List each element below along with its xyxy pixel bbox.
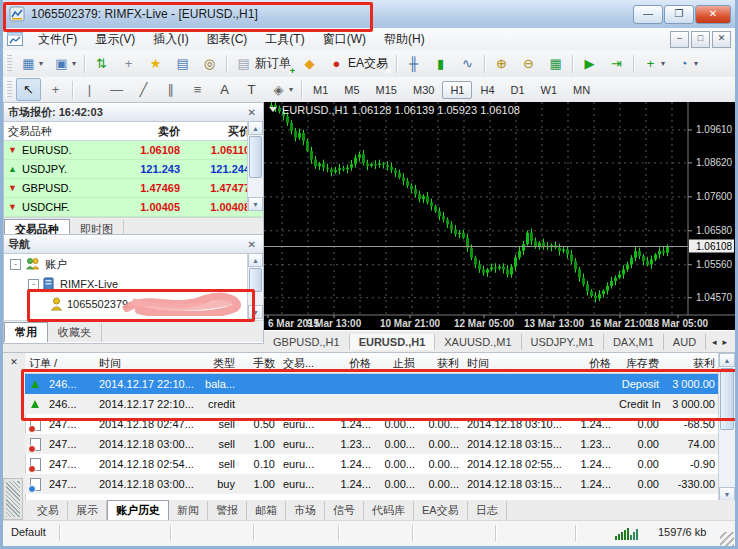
scroll-up-icon[interactable]: ▲ [719, 353, 735, 367]
terminal-tab[interactable]: 警报 [208, 501, 247, 520]
menu-item[interactable]: 文件(F) [29, 29, 86, 50]
history-row[interactable]: 247...2014.12.18 02:54...sell0.10euru...… [25, 454, 719, 474]
navigator-button[interactable]: ★ [143, 52, 168, 75]
menu-item[interactable]: 图表(C) [198, 29, 257, 50]
history-col-header[interactable]: 库存费 [615, 356, 663, 371]
scroll-down-icon[interactable]: ▼ [248, 197, 263, 211]
profile-indicator[interactable]: Default [11, 526, 46, 538]
history-col-header[interactable]: 价格 [567, 356, 615, 371]
market-watch-close-icon[interactable]: ✕ [245, 107, 259, 118]
crosshair-button[interactable]: + [43, 78, 68, 101]
chevron-down-icon[interactable]: ▾ [289, 85, 293, 94]
history-row[interactable]: 246...2014.12.17 22:10...bala...Deposit3… [25, 374, 719, 394]
candle-chart-button[interactable]: ▮ [428, 52, 453, 75]
history-row[interactable]: 247...2014.12.18 03:00...buy1.00euru...1… [25, 474, 719, 494]
navigator-scrollbar[interactable]: ▲ ▼ [247, 253, 263, 319]
history-col-header[interactable]: 止损 [375, 356, 419, 371]
profiles-button[interactable]: ▣▾ [49, 52, 80, 75]
navigator-tab[interactable]: 收藏夹 [48, 323, 102, 342]
timeframe-w1[interactable]: W1 [533, 81, 566, 99]
history-col-header[interactable]: 获利 [663, 356, 719, 371]
auto-scroll-button[interactable]: ▶ [577, 52, 602, 75]
terminal-tab[interactable]: 新闻 [169, 501, 208, 520]
history-row[interactable]: 247...2014.12.18 03:00...sell1.00euru...… [25, 434, 719, 454]
chart-tab[interactable]: EURUSD.,H1 [350, 334, 436, 350]
new-order-button[interactable]: ▤+新订单 [231, 52, 295, 75]
navigator-tab[interactable]: 常用 [4, 322, 48, 342]
timeframe-h1[interactable]: H1 [442, 81, 472, 99]
menu-item[interactable]: 工具(T) [256, 29, 313, 50]
history-col-header[interactable]: 时间 [463, 356, 567, 371]
history-row[interactable]: 247...2014.12.18 02:47...sell0.50euru...… [25, 414, 719, 434]
chart-tab-scroll-left-icon[interactable]: ◂ [712, 337, 717, 347]
new-chart-button[interactable]: ▦▾ [16, 52, 47, 75]
terminal-tab[interactable]: 邮箱 [247, 501, 286, 520]
history-col-header[interactable]: 价格 [323, 356, 375, 371]
terminal-tab[interactable]: 展示 [68, 501, 107, 520]
price-chart[interactable]: 1.096101.086201.076001.065801.055601.045… [264, 102, 735, 330]
resize-grip[interactable] [720, 532, 734, 546]
market-watch-scrollbar[interactable]: ▲ ▼ [247, 121, 263, 211]
ea-trading-button[interactable]: ●✕EA交易 [324, 52, 392, 75]
terminal-tab[interactable]: EA交易 [414, 501, 468, 520]
label-button[interactable]: T [239, 78, 264, 101]
line-chart-button[interactable]: ∿ [455, 52, 480, 75]
menu-item[interactable]: 显示(V) [86, 29, 144, 50]
zoom-in-button[interactable]: ⊕ [489, 52, 514, 75]
timeframe-m1[interactable]: M1 [305, 81, 336, 99]
trendline-button[interactable]: ╱ [131, 78, 156, 101]
chart-tab[interactable]: AUD [664, 334, 706, 350]
terminal-scrollbar[interactable]: ▲ ▼ [718, 353, 735, 501]
timeframe-m30[interactable]: M30 [405, 81, 442, 99]
chart-tab[interactable]: XAUUSD.,M1 [435, 334, 521, 350]
tree-item-account[interactable]: 1065502379: [4, 294, 263, 314]
history-row[interactable]: 246...2014.12.17 22:10...creditCredit In… [25, 394, 719, 414]
terminal-close-icon[interactable]: ✕ [3, 357, 25, 367]
scroll-down-icon[interactable]: ▼ [248, 305, 263, 319]
market-watch-row[interactable]: ▼GBPUSD.1.474691.47477 [4, 179, 263, 198]
dock-handle-pattern[interactable] [3, 478, 23, 520]
data-window-button[interactable]: + [116, 52, 141, 75]
chart-shift-button[interactable]: ⇥ [604, 52, 629, 75]
tile-windows-button[interactable]: ▦ [543, 52, 568, 75]
chevron-down-icon[interactable]: ▾ [72, 59, 76, 68]
timeframe-m5[interactable]: M5 [336, 81, 367, 99]
market-watch-button[interactable]: ⇅ [89, 52, 114, 75]
market-watch-col-header[interactable]: 买价 [180, 124, 252, 139]
terminal-button[interactable]: ▤ [170, 52, 195, 75]
navigator-close-icon[interactable]: ✕ [245, 239, 259, 250]
toolbar-grip[interactable] [6, 81, 12, 99]
menu-item[interactable]: 帮助(H) [375, 29, 434, 50]
toolbar-grip[interactable] [6, 55, 12, 73]
minimize-button[interactable]: — [633, 5, 663, 24]
timeframe-h4[interactable]: H4 [472, 81, 502, 99]
chart-tab[interactable]: DAX,M1 [604, 334, 664, 350]
chart-tab[interactable]: USDJPY.,M1 [522, 334, 604, 350]
chart-window-icon[interactable] [7, 32, 23, 46]
market-watch-col-header[interactable]: 卖价 [108, 124, 180, 139]
collapse-icon[interactable]: - [28, 279, 39, 290]
history-col-header[interactable]: 交易... [279, 356, 323, 371]
market-watch-row[interactable]: ▼USDCHF.1.004051.00408 [4, 198, 263, 217]
menu-item[interactable]: 插入(I) [144, 29, 197, 50]
hline-button[interactable]: — [104, 78, 129, 101]
indicators-button[interactable]: +▾ [638, 52, 669, 75]
mdi-minimize-button[interactable]: – [670, 31, 689, 48]
close-button[interactable]: ✕ [695, 5, 731, 24]
cursor-button[interactable]: ↖ [16, 78, 41, 101]
vline-button[interactable]: | [77, 78, 102, 101]
timeframe-m15[interactable]: M15 [368, 81, 405, 99]
chart-tab[interactable]: GBPUSD.,H1 [264, 334, 350, 350]
market-watch-col-header[interactable]: 交易品种 [4, 124, 108, 139]
tree-item-server[interactable]: - RIMFX-Live [4, 274, 263, 294]
history-col-header[interactable]: 手数 [239, 356, 279, 371]
metaeditor-button[interactable]: ◆ [297, 52, 322, 75]
terminal-tab[interactable]: 交易 [29, 501, 68, 520]
market-watch-row[interactable]: ▲USDJPY.121.243121.244 [4, 160, 263, 179]
mdi-close-button[interactable]: ✕ [712, 31, 731, 48]
menu-item[interactable]: 窗口(W) [314, 29, 375, 50]
periods-button[interactable]: ◔▾ [671, 52, 702, 75]
terminal-tab[interactable]: 市场 [286, 501, 325, 520]
terminal-tab[interactable]: 信号 [325, 501, 364, 520]
chevron-down-icon[interactable]: ▾ [694, 59, 698, 68]
